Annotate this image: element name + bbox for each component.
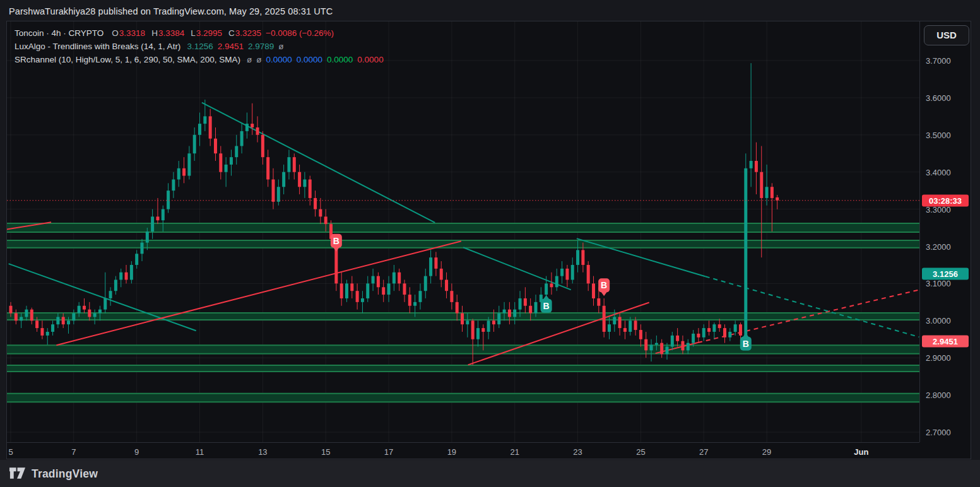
srchannel-legend-row-value: ø — [256, 55, 261, 64]
tradingview-brand-link[interactable]: TradingView — [9, 467, 98, 480]
candle-body — [193, 135, 196, 153]
currency-toggle-button[interactable]: USD — [924, 25, 969, 45]
candle-body — [603, 306, 606, 332]
candle-body — [146, 232, 149, 243]
candle-body — [40, 328, 44, 336]
sr-channel-band — [7, 394, 919, 402]
price-tick-label: 3.1000 — [926, 279, 951, 288]
time-tick-label: 13 — [258, 447, 267, 456]
candle-body — [172, 179, 175, 191]
symbol-legend-row[interactable]: Toncoin · 4h · CRYPTOO3.3318H3.3384L3.29… — [15, 26, 388, 40]
candle-body — [513, 310, 516, 317]
candle-body — [167, 191, 170, 209]
svg-text:B: B — [543, 301, 550, 311]
candle-body — [340, 283, 343, 298]
candle-body — [382, 287, 385, 295]
candle-body — [408, 295, 411, 306]
candle-body — [266, 157, 269, 179]
candle-body — [666, 347, 669, 355]
candle-body — [141, 243, 144, 254]
trendline-teal-falling-right-extension — [705, 276, 919, 337]
candle-body — [156, 216, 159, 220]
candle-body — [109, 291, 112, 298]
candle-body — [350, 283, 353, 291]
candle-body — [15, 314, 18, 321]
candle-body — [565, 269, 569, 280]
candle-body — [25, 310, 28, 317]
candle-body — [62, 317, 65, 324]
luxalgo-legend-row[interactable]: LuxAlgo - Trendlines with Breaks (14, 1,… — [15, 40, 388, 53]
candle-countdown-badge: 03:28:33 — [922, 194, 969, 206]
time-tick-label: 21 — [510, 447, 519, 456]
chart-frame: BBBB Toncoin · 4h · CRYPTOO3.3318H3.3384… — [6, 21, 971, 459]
chart-pane[interactable]: BBBB Toncoin · 4h · CRYPTOO3.3318H3.3384… — [7, 21, 919, 442]
candle-body — [629, 320, 632, 332]
symbol-legend-row-value: Toncoin · 4h · CRYPTO — [15, 28, 103, 38]
candle-body — [576, 250, 579, 265]
candle-body — [277, 187, 280, 202]
candle-body — [303, 179, 306, 187]
symbol-legend-row-value: 3.2995 — [196, 28, 222, 38]
candle-body — [597, 298, 600, 306]
price-tick-label: 3.5000 — [926, 130, 951, 139]
candle-body — [613, 317, 616, 324]
candle-body — [88, 310, 91, 317]
price-axis[interactable]: USD 3.70003.60003.50003.40003.30003.2000… — [919, 21, 971, 442]
srchannel-legend-row-value: ø — [247, 55, 252, 64]
bullish-break-marker: B — [740, 333, 752, 351]
candle-body — [125, 273, 128, 280]
candle-body — [418, 291, 422, 302]
tradingview-logo-icon — [9, 467, 26, 480]
candle-body — [497, 314, 500, 325]
sr-channel-band — [7, 223, 919, 232]
candle-body — [83, 306, 86, 310]
symbol-legend-row-value: O — [112, 28, 119, 38]
candle-body — [529, 306, 532, 314]
candle-body — [56, 317, 59, 324]
time-tick-label: 9 — [134, 447, 139, 456]
candle-body — [492, 320, 495, 324]
candle-body — [413, 302, 416, 306]
candle-body — [697, 334, 700, 337]
srchannel-legend-row-value: 0.0000 — [266, 55, 292, 64]
candle-body — [219, 153, 222, 172]
candle-body — [623, 328, 627, 332]
candle-body — [723, 328, 726, 337]
candle-body — [256, 127, 259, 135]
candle-body — [592, 283, 595, 298]
candle-body — [298, 172, 301, 187]
candle-body — [46, 332, 49, 336]
candle-body — [272, 179, 275, 201]
price-tick-label: 3.2000 — [926, 242, 951, 251]
candle-body — [634, 320, 637, 330]
candle-body — [687, 343, 690, 351]
candle-body — [9, 306, 13, 314]
candle-body — [660, 343, 663, 355]
price-tick-label: 2.8000 — [926, 390, 951, 400]
candle-body — [72, 314, 75, 321]
luxalgo-legend-row-value: LuxAlgo - Trendlines with Breaks (14, 1,… — [15, 42, 180, 51]
luxalgo-legend-row-value: 2.9789 — [248, 42, 274, 51]
candle-body — [587, 265, 590, 283]
candlestick-canvas[interactable]: BBBB — [7, 21, 919, 442]
candle-body — [319, 209, 322, 217]
publish-header-text: ParshwaTurakhiya28 published on TradingV… — [9, 6, 333, 16]
time-axis[interactable]: 57911131517192123252729Jun3 — [7, 442, 919, 460]
lower-trendline-price-badge: 2.9451 — [922, 335, 969, 347]
candle-body — [356, 291, 359, 302]
candle-body — [372, 276, 375, 284]
candle-body — [450, 291, 453, 302]
sr-channel-band — [7, 345, 919, 354]
candle-body — [429, 257, 432, 276]
srchannel-legend-row[interactable]: SRchannel (10, High/Low, 5, 1, 6, 290, 5… — [15, 53, 388, 66]
candle-body — [366, 283, 369, 298]
candle-body — [755, 161, 758, 172]
bearish-break-marker: B — [331, 234, 342, 252]
price-tick-label: 3.4000 — [926, 167, 951, 177]
candle-body — [734, 324, 737, 332]
candle-body — [440, 269, 443, 280]
candle-body — [245, 124, 249, 131]
candle-body — [776, 197, 779, 201]
srchannel-legend-row-value: 0.0000 — [327, 55, 353, 64]
candle-body — [487, 320, 490, 332]
